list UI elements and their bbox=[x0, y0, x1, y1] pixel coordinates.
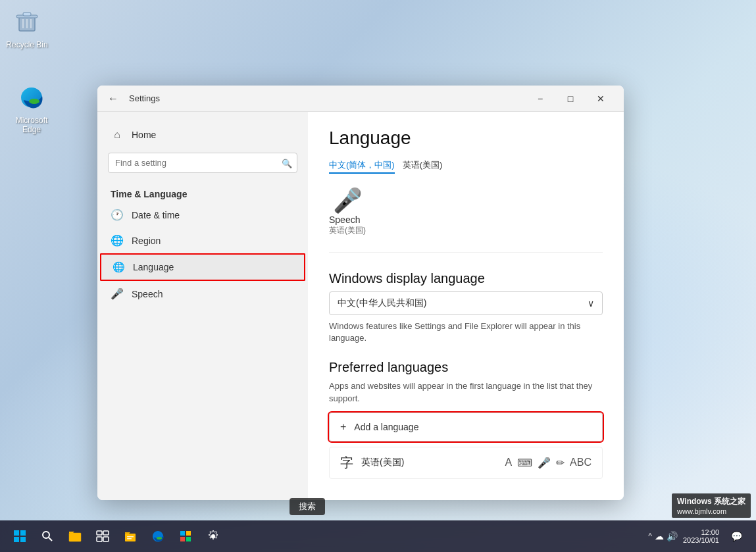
home-icon: ⌂ bbox=[111, 129, 124, 141]
taskbar-taskview-button[interactable] bbox=[91, 524, 114, 548]
add-language-button[interactable]: + Add a language bbox=[329, 413, 603, 441]
brand-name: Windows 系统之家 bbox=[677, 496, 745, 507]
speech-section-sub: 英语(美国) bbox=[329, 225, 366, 236]
svg-rect-10 bbox=[20, 537, 26, 542]
taskbar-explorer-button[interactable] bbox=[63, 524, 87, 548]
display-language-desc: Windows features like Settings and File … bbox=[329, 320, 603, 344]
lang-action-handwriting-icon[interactable]: ✏ bbox=[556, 457, 565, 469]
tray-chevron-icon[interactable]: ^ bbox=[648, 532, 652, 541]
speech-section-label: Speech bbox=[329, 214, 366, 225]
display-language-dropdown[interactable]: 中文(中华人民共和国) ∨ bbox=[329, 291, 603, 315]
page-title: Language bbox=[329, 128, 603, 149]
speech-label: Speech bbox=[132, 289, 163, 299]
svg-rect-22 bbox=[180, 531, 185, 536]
preferred-languages-desc: Apps and websites will appear in the fir… bbox=[329, 380, 603, 404]
window-controls: − □ ✕ bbox=[525, 88, 616, 109]
taskbar-filemanager-button[interactable] bbox=[118, 524, 142, 548]
microsoft-edge-icon[interactable]: Microsoft Edge bbox=[5, 79, 58, 137]
search-input[interactable] bbox=[108, 153, 297, 173]
lang-action-keyboard-icon[interactable]: ⌨ bbox=[517, 457, 532, 469]
language-tabs: 中文(简体，中国) 英语(美国) bbox=[329, 159, 603, 174]
plus-icon: + bbox=[340, 421, 346, 433]
lang-item-icon: 字 bbox=[340, 454, 353, 472]
svg-rect-25 bbox=[186, 537, 191, 541]
lang-item-actions: A ⌨ 🎤 ✏ ABC bbox=[505, 457, 592, 469]
svg-rect-24 bbox=[180, 537, 185, 541]
taskbar-edge-button[interactable] bbox=[146, 524, 170, 548]
svg-point-11 bbox=[43, 532, 49, 538]
back-button[interactable]: ← bbox=[105, 91, 121, 107]
close-button[interactable]: ✕ bbox=[586, 88, 616, 109]
svg-rect-13 bbox=[69, 533, 81, 541]
language-list-item-english: 字 英语(美国) A ⌨ 🎤 ✏ ABC bbox=[329, 447, 603, 479]
edge-label: Microsoft Edge bbox=[8, 116, 55, 134]
sidebar-item-date-time[interactable]: 🕐 Date & time bbox=[97, 202, 308, 228]
volume-icon[interactable]: 🔊 bbox=[667, 531, 678, 541]
system-tray: ^ ☁ 🔊 bbox=[648, 531, 678, 541]
maximize-button[interactable]: □ bbox=[555, 88, 586, 109]
lang-tab-chinese[interactable]: 中文(简体，中国) bbox=[329, 159, 395, 174]
lang-tab-english[interactable]: 英语(美国) bbox=[403, 159, 443, 174]
language-label: Language bbox=[133, 262, 174, 272]
clock-date: 2023/10/01 bbox=[683, 536, 719, 544]
sidebar-item-home[interactable]: ⌂ Home bbox=[97, 122, 308, 147]
taskbar-settings-button[interactable] bbox=[201, 524, 225, 548]
sidebar-item-speech[interactable]: 🎤 Speech bbox=[97, 281, 308, 307]
region-icon: 🌐 bbox=[111, 234, 124, 247]
search-overlay-button[interactable]: 搜索 bbox=[290, 498, 325, 515]
title-bar: ← Settings − □ ✕ bbox=[97, 86, 624, 112]
svg-rect-15 bbox=[103, 531, 109, 535]
preferred-languages-title: Preferred languages bbox=[329, 360, 603, 375]
svg-rect-23 bbox=[186, 531, 191, 536]
svg-rect-14 bbox=[97, 531, 102, 535]
svg-line-12 bbox=[49, 538, 52, 541]
svg-rect-16 bbox=[97, 537, 102, 541]
content-area: ⌂ Home 🔍 Time & Language 🕐 Date & time 🌐… bbox=[97, 112, 624, 500]
settings-window: ← Settings − □ ✕ ⌂ Home 🔍 Time & Languag… bbox=[97, 86, 624, 500]
lang-action-text-icon[interactable]: A bbox=[505, 457, 512, 469]
svg-rect-8 bbox=[20, 530, 26, 536]
sidebar-item-region[interactable]: 🌐 Region bbox=[97, 228, 308, 253]
search-box: 🔍 bbox=[108, 153, 297, 173]
lang-action-spellcheck-icon[interactable]: ABC bbox=[570, 457, 592, 469]
svg-rect-20 bbox=[127, 538, 132, 539]
add-language-label: Add a language bbox=[354, 422, 418, 432]
svg-point-6 bbox=[29, 99, 39, 104]
svg-rect-17 bbox=[103, 537, 109, 541]
svg-rect-7 bbox=[14, 530, 19, 536]
sidebar-item-language[interactable]: 🌐 Language bbox=[100, 253, 305, 281]
notification-button[interactable]: 💬 bbox=[724, 524, 748, 548]
region-label: Region bbox=[132, 236, 161, 246]
display-language-value: 中文(中华人民共和国) bbox=[338, 297, 426, 309]
minimize-button[interactable]: − bbox=[525, 88, 555, 109]
main-content: Language 中文(简体，中国) 英语(美国) 🎤 Speech 英语(美国… bbox=[308, 112, 624, 500]
edge-image bbox=[16, 82, 47, 113]
svg-point-21 bbox=[157, 537, 162, 539]
start-button[interactable] bbox=[8, 524, 32, 548]
sidebar-section-header: Time & Language bbox=[97, 184, 308, 202]
sidebar: ⌂ Home 🔍 Time & Language 🕐 Date & time 🌐… bbox=[97, 112, 308, 500]
speech-mic-icon: 🎤 bbox=[333, 187, 363, 214]
date-time-icon: 🕐 bbox=[111, 209, 124, 221]
lang-action-speech-icon[interactable]: 🎤 bbox=[538, 457, 551, 469]
svg-rect-2 bbox=[23, 13, 31, 16]
brand-watermark: Windows 系统之家 www.bjmlv.com bbox=[672, 493, 751, 518]
recycle-bin-icon[interactable]: Recycle Bin bbox=[1, 3, 53, 52]
dropdown-chevron-icon: ∨ bbox=[588, 298, 594, 309]
taskbar-store-button[interactable] bbox=[174, 524, 197, 548]
search-icon: 🔍 bbox=[282, 158, 292, 168]
system-clock[interactable]: 12:00 2023/10/01 bbox=[683, 528, 719, 544]
brand-url: www.bjmlv.com bbox=[677, 507, 745, 515]
display-language-title: Windows display language bbox=[329, 271, 603, 286]
window-title: Settings bbox=[129, 93, 525, 103]
svg-rect-19 bbox=[127, 536, 134, 538]
taskbar-search-button[interactable] bbox=[36, 524, 59, 548]
language-icon: 🌐 bbox=[112, 261, 125, 273]
network-icon[interactable]: ☁ bbox=[655, 531, 664, 541]
taskbar: ^ ☁ 🔊 12:00 2023/10/01 💬 bbox=[0, 520, 756, 552]
recycle-bin-label: Recycle Bin bbox=[6, 40, 47, 49]
lang-item-name: 英语(美国) bbox=[361, 457, 505, 468]
taskbar-right: ^ ☁ 🔊 12:00 2023/10/01 💬 bbox=[648, 524, 748, 548]
taskbar-left bbox=[8, 524, 225, 548]
recycle-bin-image bbox=[11, 6, 43, 38]
